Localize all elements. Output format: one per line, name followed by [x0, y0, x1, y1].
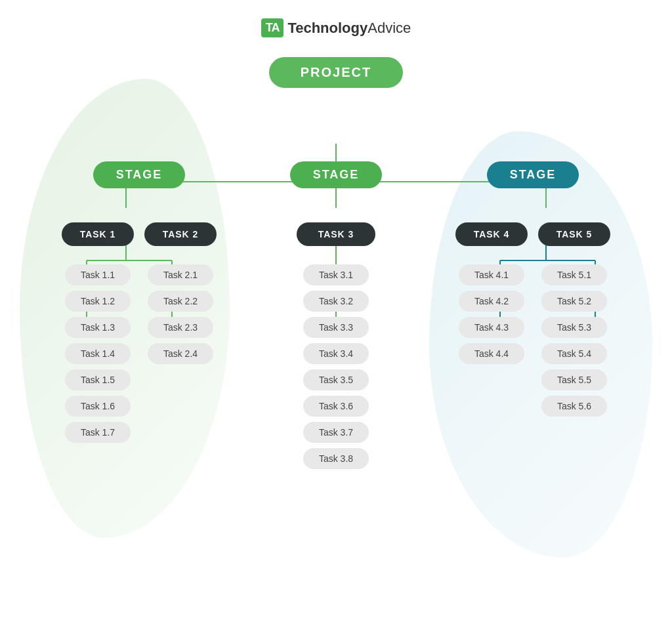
subtask-5-2: Task 5.2 [541, 291, 607, 312]
subtask-5-4: Task 5.4 [541, 343, 607, 364]
subtask-3-3: Task 3.3 [303, 317, 369, 338]
stage-3-group: STAGE TASK 4 Task 4.1 Task 4.2 Task 4.3 … [434, 161, 631, 472]
subtask-4-3: Task 4.3 [459, 317, 524, 338]
task-3-node: TASK 3 [297, 222, 375, 246]
task-3-subtasks: Task 3.1 Task 3.2 Task 3.3 Task 3.4 Task… [303, 262, 369, 472]
subtask-1-3: Task 1.3 [65, 317, 131, 338]
subtask-1-6: Task 1.6 [65, 396, 131, 417]
stage-3-node: STAGE [487, 161, 579, 188]
subtask-3-6: Task 3.6 [303, 396, 369, 417]
subtask-1-1: Task 1.1 [65, 264, 131, 285]
task-2-node: TASK 2 [144, 222, 217, 246]
subtask-4-2: Task 4.2 [459, 291, 524, 312]
stages-row: STAGE TASK 1 Task 1.1 Task 1.2 Task 1.3 … [21, 161, 651, 472]
subtask-1-7: Task 1.7 [65, 422, 131, 443]
logo-icon: TA [261, 18, 284, 37]
subtask-3-2: Task 3.2 [303, 291, 369, 312]
subtask-5-5: Task 5.5 [541, 369, 607, 390]
subtask-3-7: Task 3.7 [303, 422, 369, 443]
subtask-5-1: Task 5.1 [541, 264, 607, 285]
subtask-4-1: Task 4.1 [459, 264, 524, 285]
stage-1-group: STAGE TASK 1 Task 1.1 Task 1.2 Task 1.3 … [41, 161, 238, 472]
stage-3-task-pair: TASK 4 Task 4.1 Task 4.2 Task 4.3 Task 4… [455, 222, 610, 419]
subtask-2-4: Task 2.4 [148, 343, 213, 364]
task-5-col: TASK 5 Task 5.1 Task 5.2 Task 5.3 Task 5… [538, 222, 610, 419]
logo: TA TechnologyAdvice [261, 18, 411, 37]
subtask-2-3: Task 2.3 [148, 317, 213, 338]
subtask-2-2: Task 2.2 [148, 291, 213, 312]
subtask-5-6: Task 5.6 [541, 396, 607, 417]
subtask-3-5: Task 3.5 [303, 369, 369, 390]
project-node: PROJECT [269, 57, 403, 88]
subtask-3-8: Task 3.8 [303, 448, 369, 469]
task-4-col: TASK 4 Task 4.1 Task 4.2 Task 4.3 Task 4… [455, 222, 528, 419]
subtask-3-4: Task 3.4 [303, 343, 369, 364]
stage-1-task-pair: TASK 1 Task 1.1 Task 1.2 Task 1.3 Task 1… [62, 222, 217, 445]
page-container: TA TechnologyAdvice [0, 0, 672, 620]
subtask-1-5: Task 1.5 [65, 369, 131, 390]
task-3-col: TASK 3 Task 3.1 Task 3.2 Task 3.3 Task 3… [297, 222, 375, 472]
task-1-col: TASK 1 Task 1.1 Task 1.2 Task 1.3 Task 1… [62, 222, 134, 445]
subtask-1-2: Task 1.2 [65, 291, 131, 312]
stage-1-node: STAGE [93, 161, 185, 188]
task-4-subtasks: Task 4.1 Task 4.2 Task 4.3 Task 4.4 [459, 262, 524, 367]
subtask-3-1: Task 3.1 [303, 264, 369, 285]
stage-2-node: STAGE [290, 161, 382, 188]
subtask-2-1: Task 2.1 [148, 264, 213, 285]
logo-text: TechnologyAdvice [287, 20, 411, 37]
task-2-subtasks: Task 2.1 Task 2.2 Task 2.3 Task 2.4 [148, 262, 213, 367]
task-1-subtasks: Task 1.1 Task 1.2 Task 1.3 Task 1.4 Task… [65, 262, 131, 445]
diagram: PROJECT STAGE TASK 1 Task 1.1 Task 1.2 T… [0, 51, 672, 491]
subtask-4-4: Task 4.4 [459, 343, 524, 364]
task-1-node: TASK 1 [62, 222, 134, 246]
subtask-5-3: Task 5.3 [541, 317, 607, 338]
task-5-node: TASK 5 [538, 222, 610, 246]
task-4-node: TASK 4 [455, 222, 528, 246]
header: TA TechnologyAdvice [0, 0, 672, 51]
stage-2-group: STAGE TASK 3 Task 3.1 Task 3.2 Task 3.3 … [277, 161, 395, 472]
subtask-1-4: Task 1.4 [65, 343, 131, 364]
task-5-subtasks: Task 5.1 Task 5.2 Task 5.3 Task 5.4 Task… [541, 262, 607, 419]
task-2-col: TASK 2 Task 2.1 Task 2.2 Task 2.3 Task 2… [144, 222, 217, 445]
